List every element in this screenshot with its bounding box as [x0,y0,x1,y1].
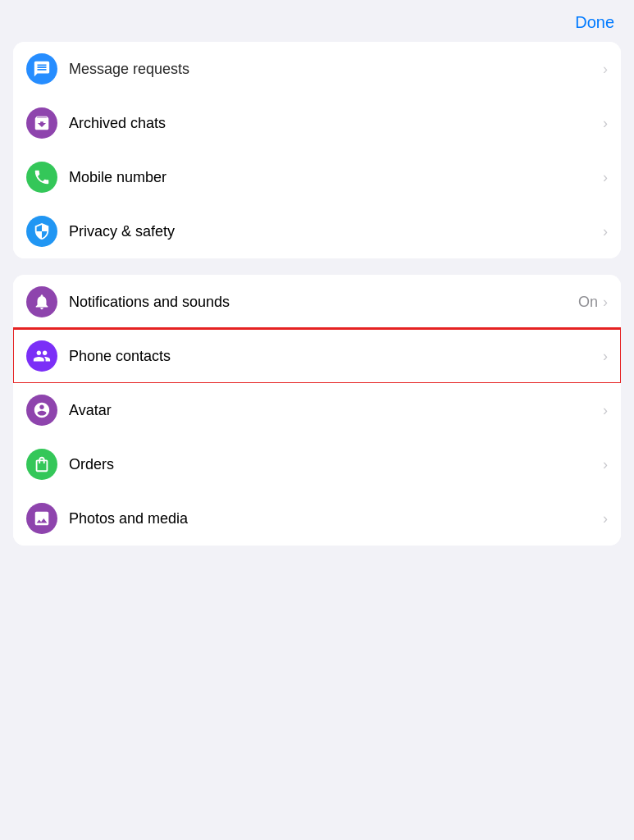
photos-media-icon [26,503,57,534]
chevron-icon: › [603,169,608,186]
notifications-sounds-label: Notifications and sounds [69,294,578,311]
sidebar-item-notifications-sounds[interactable]: Notifications and sounds On › [13,275,621,329]
section-2: Notifications and sounds On › Phone cont… [13,275,621,546]
avatar-icon [26,395,57,426]
sidebar-item-privacy-safety[interactable]: Privacy & safety › [13,204,621,258]
contacts-icon [33,347,51,365]
archive-icon [33,114,51,132]
sidebar-item-phone-contacts[interactable]: Phone contacts › [13,329,621,383]
archived-chats-icon [26,107,57,139]
chevron-icon: › [603,402,608,419]
notifications-icon [26,286,57,317]
notifications-value: On [578,294,598,311]
chevron-icon: › [603,510,608,527]
bag-icon [33,455,51,473]
chevron-icon: › [603,348,608,365]
orders-label: Orders [69,456,603,473]
chevron-icon: › [603,61,608,78]
privacy-safety-icon [26,216,57,247]
photos-media-label: Photos and media [69,510,603,527]
header: Done [0,0,634,42]
mobile-number-label: Mobile number [69,169,603,186]
phone-contacts-label: Phone contacts [69,348,603,365]
sidebar-item-photos-media[interactable]: Photos and media › [13,491,621,546]
avatar-face-icon [33,401,51,419]
sidebar-item-message-requests[interactable]: Message requests › [13,42,621,96]
chevron-icon: › [603,223,608,240]
archived-chats-label: Archived chats [69,115,603,132]
message-icon [33,60,51,78]
sidebar-item-archived-chats[interactable]: Archived chats › [13,96,621,150]
avatar-label: Avatar [69,402,603,419]
sidebar-item-avatar[interactable]: Avatar › [13,383,621,437]
chevron-icon: › [603,294,608,311]
sidebar-item-orders[interactable]: Orders › [13,437,621,491]
message-requests-icon [26,53,57,84]
privacy-safety-label: Privacy & safety [69,223,603,240]
chevron-icon: › [603,115,608,132]
mobile-number-icon [26,162,57,193]
phone-contacts-icon [26,340,57,372]
done-button[interactable]: Done [575,13,614,32]
orders-icon [26,449,57,480]
bell-icon [33,293,51,311]
section-1: Message requests › Archived chats › Mobi… [13,42,621,258]
chevron-icon: › [603,456,608,473]
sidebar-item-mobile-number[interactable]: Mobile number › [13,150,621,204]
message-requests-label: Message requests [69,61,603,78]
shield-icon [33,222,51,240]
photo-icon [33,509,51,527]
phone-icon [33,168,51,186]
